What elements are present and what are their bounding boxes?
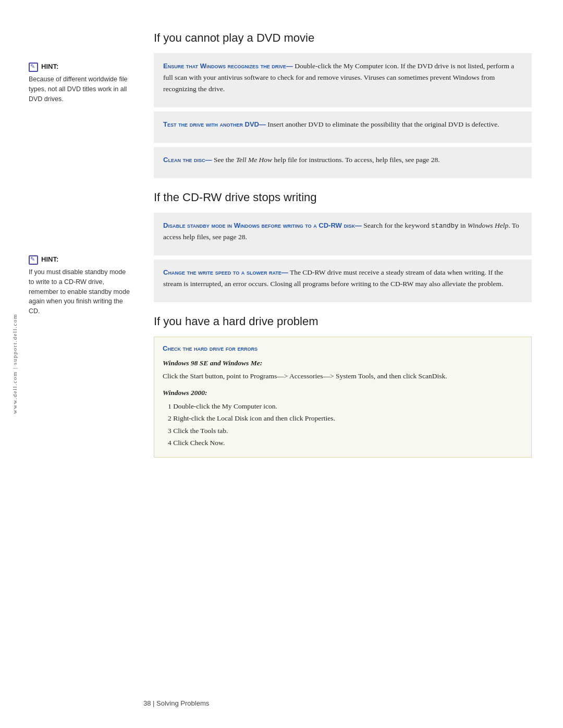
hint-title-2: HINT: (41, 255, 58, 263)
section1-step2-text: Test the drive with another DVD— Insert … (163, 119, 522, 130)
section3-heading: If you have a hard drive problem (154, 315, 532, 328)
section1-step1-text: Ensure that Windows recognizes the drive… (163, 60, 522, 95)
section1-step1: Ensure that Windows recognizes the drive… (154, 53, 532, 107)
section2-heading: If the CD-RW drive stops writing (154, 191, 532, 204)
section2-step2: Change the write speed to a slower rate—… (154, 260, 532, 302)
sidebar-left: www.dell.com | support.dell.com (0, 0, 29, 728)
win2000-step-3: 3 Click the Tools tab. (168, 425, 523, 437)
win98-text: Click the Start button, point to Program… (163, 371, 523, 382)
hint-1: HINT: Because of different worldwide fil… (29, 63, 133, 117)
section1-step2-body: Insert another DVD to eliminate the poss… (267, 120, 499, 128)
hint-header-1: HINT: (29, 63, 133, 72)
errors-subsection-heading: Check the hard drive for errors (163, 344, 523, 352)
section1-step3-label: Clean the disc— (163, 156, 212, 164)
hint-2: HINT: If you must disable standby mode t… (29, 255, 133, 329)
win2000-step-2: 2 Right-click the Local Disk icon and th… (168, 413, 523, 424)
hard-drive-errors-box: Check the hard drive for errors Windows … (154, 337, 532, 458)
hint-header-2: HINT: (29, 255, 133, 265)
section2-step2-label: Change the write speed to a slower rate— (163, 268, 288, 276)
section2-step2-text: Change the write speed to a slower rate—… (163, 267, 522, 290)
page-container: www.dell.com | support.dell.com HINT: Be… (0, 0, 563, 728)
hint-box-2: HINT: If you must disable standby mode t… (29, 255, 133, 316)
hint-icon-1 (29, 63, 38, 72)
content-area: If you cannot play a DVD movie Ensure th… (143, 0, 542, 728)
section1-heading: If you cannot play a DVD movie (154, 31, 532, 45)
hint-text-1: Because of different worldwide file type… (29, 75, 133, 104)
section1-step3: Clean the disc— See the Tell Me How help… (154, 147, 532, 178)
hint-box-1: HINT: Because of different worldwide fil… (29, 63, 133, 104)
section2-step1-text: Disable standby mode in Windows before w… (163, 220, 522, 243)
win2000-step-1: 1 Double-click the My Computer icon. (168, 401, 523, 412)
sidebar-url: www.dell.com | support.dell.com (11, 314, 18, 414)
hint-text-2: If you must disable standby mode to writ… (29, 267, 133, 316)
win98-heading: Windows 98 SE and Windows Me: (163, 357, 523, 369)
page-footer: 38 | Solving Problems (143, 699, 209, 707)
section1-step3-text: Clean the disc— See the Tell Me How help… (163, 154, 522, 166)
win2000-heading: Windows 2000: (163, 387, 523, 399)
win2000-step-4: 4 Click Check Now. (168, 437, 523, 449)
hint-title-1: HINT: (41, 63, 58, 70)
section2-step1: Disable standby mode in Windows before w… (154, 213, 532, 255)
win2000-steps-list: 1 Double-click the My Computer icon. 2 R… (163, 401, 523, 449)
section1-step1-label: Ensure that Windows recognizes the drive… (163, 62, 293, 70)
hint-icon-2 (29, 255, 38, 265)
section1-step2: Test the drive with another DVD— Insert … (154, 112, 532, 143)
main-content: HINT: Because of different worldwide fil… (29, 0, 563, 728)
section2-step1-label: Disable standby mode in Windows before w… (163, 221, 362, 229)
section1-step2-label: Test the drive with another DVD— (163, 120, 266, 128)
section1-step3-body: See the Tell Me How help file for instru… (214, 156, 440, 164)
